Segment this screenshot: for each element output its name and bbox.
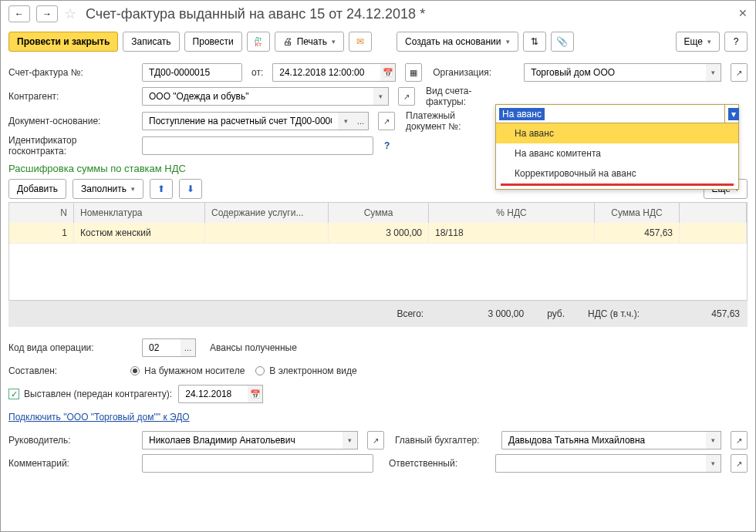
favorite-icon[interactable]: ☆ bbox=[64, 5, 76, 22]
org-dropdown-button[interactable]: ▾ bbox=[706, 63, 721, 82]
dtkt-button[interactable]: ДтКт bbox=[247, 32, 270, 52]
envelope-icon bbox=[356, 36, 364, 47]
dropdown-redbar bbox=[501, 184, 734, 186]
acc-dropdown-button[interactable]: ▾ bbox=[706, 431, 721, 450]
resp-open-button[interactable] bbox=[731, 454, 748, 473]
post-and-close-button[interactable]: Провести и закрыть bbox=[8, 32, 118, 52]
org-label: Организация: bbox=[433, 67, 518, 78]
chief-label: Руководитель: bbox=[8, 435, 136, 446]
back-button[interactable]: ← bbox=[8, 5, 30, 22]
acc-label: Главный бухгалтер: bbox=[395, 435, 495, 446]
org-open-button[interactable] bbox=[731, 63, 748, 82]
kind-option-correction-advance[interactable]: Корректировочный на аванс bbox=[496, 163, 738, 184]
sf-number-label: Счет-фактура №: bbox=[8, 67, 136, 78]
formed-elec-radio[interactable]: В электронном виде bbox=[255, 365, 356, 376]
move-down-button[interactable]: ⬇ bbox=[179, 179, 202, 199]
calendar-icon bbox=[383, 68, 393, 78]
basis-dots-button[interactable] bbox=[353, 112, 369, 130]
issued-date-input[interactable] bbox=[178, 385, 248, 403]
basis-label: Документ-основание: bbox=[8, 116, 136, 126]
opcode-dots-button[interactable] bbox=[181, 338, 196, 357]
opcode-label: Код вида операции: bbox=[8, 342, 136, 353]
edo-link[interactable]: Подключить "ООО "Торговый дом"" к ЭДО bbox=[8, 412, 190, 423]
totals-bar: Всего: 3 000,00 руб. НДС (в т.ч.): 457,6… bbox=[8, 301, 748, 327]
print-button[interactable]: Печать▾ bbox=[275, 32, 344, 52]
counter-dropdown-button[interactable]: ▾ bbox=[373, 87, 389, 106]
write-button[interactable]: Записать bbox=[123, 32, 179, 52]
paperclip-icon bbox=[556, 36, 568, 47]
org-input[interactable] bbox=[524, 63, 706, 82]
kind-option-advance-commission[interactable]: На аванс комитента bbox=[496, 143, 738, 163]
move-up-button[interactable]: ⬆ bbox=[150, 179, 173, 199]
create-on-basis-button[interactable]: Создать на основании▾ bbox=[397, 32, 518, 52]
more-button[interactable]: Еще▾ bbox=[676, 32, 720, 52]
opcode-input[interactable] bbox=[142, 338, 181, 357]
help-button[interactable]: ? bbox=[724, 32, 748, 52]
fill-button[interactable]: Заполнить▾ bbox=[73, 179, 143, 199]
open-icon bbox=[736, 68, 742, 77]
chief-input[interactable] bbox=[142, 431, 343, 450]
attach-button[interactable] bbox=[551, 32, 574, 52]
date-picker-button[interactable] bbox=[380, 63, 396, 82]
comment-label: Комментарий: bbox=[8, 458, 136, 469]
acc-open-button[interactable] bbox=[731, 431, 748, 450]
basis-input[interactable] bbox=[142, 112, 338, 130]
goscontract-label: Идентификатор госконтракта: bbox=[8, 135, 136, 157]
add-row-button[interactable]: Добавить bbox=[8, 179, 66, 199]
counter-input[interactable] bbox=[142, 87, 373, 106]
counter-open-button[interactable] bbox=[398, 87, 415, 106]
basis-dropdown-button[interactable]: ▾ bbox=[338, 112, 353, 130]
table-row[interactable]: 1 Костюм женский 3 000,00 18/118 457,63 bbox=[9, 223, 747, 244]
print-icon bbox=[283, 36, 292, 47]
paydoc-label: Платежный документ №: bbox=[406, 110, 491, 132]
resp-label: Ответственный: bbox=[389, 458, 489, 469]
arrow-up-icon: ⬆ bbox=[157, 184, 165, 194]
formed-label: Составлен: bbox=[8, 365, 124, 376]
chevron-down-icon: ▾ bbox=[711, 69, 715, 76]
acc-input[interactable] bbox=[501, 431, 706, 450]
structure-button[interactable] bbox=[523, 32, 546, 52]
from-label: от: bbox=[251, 67, 263, 78]
date-input[interactable] bbox=[272, 63, 380, 82]
chief-dropdown-button[interactable]: ▾ bbox=[343, 431, 358, 450]
table-header: N Номенклатура Содержание услуги... Сумм… bbox=[9, 203, 747, 223]
kind-dropdown-input[interactable]: На аванс ▾ bbox=[496, 105, 738, 123]
structure-icon bbox=[531, 36, 538, 47]
goscontract-input[interactable] bbox=[142, 136, 373, 155]
basis-open-button[interactable] bbox=[378, 112, 395, 130]
kind-option-advance[interactable]: На аванс bbox=[496, 123, 738, 143]
help-icon[interactable]: ? bbox=[384, 140, 390, 151]
kind-dropdown-toggle[interactable]: ▾ bbox=[724, 105, 738, 123]
dtkt-icon: ДтКт bbox=[255, 36, 262, 47]
formed-paper-radio[interactable]: На бумажном носителе bbox=[130, 365, 245, 376]
window-title: Счет-фактура выданный на аванс 15 от 24.… bbox=[86, 6, 425, 22]
counter-label: Контрагент: bbox=[8, 91, 136, 102]
comment-input[interactable] bbox=[142, 454, 373, 473]
opcode-text: Авансы полученные bbox=[210, 342, 297, 353]
issued-date-picker[interactable] bbox=[248, 385, 263, 403]
close-icon[interactable]: ✕ bbox=[738, 7, 748, 19]
resp-input[interactable] bbox=[495, 454, 706, 473]
sf-number-input[interactable] bbox=[142, 63, 242, 82]
mail-button[interactable] bbox=[349, 32, 372, 52]
ellipsis-icon bbox=[357, 117, 365, 126]
date-extra-button[interactable]: ▦ bbox=[405, 63, 422, 82]
forward-button[interactable]: → bbox=[36, 5, 58, 22]
chief-open-button[interactable] bbox=[367, 431, 384, 450]
post-button[interactable]: Провести bbox=[184, 32, 242, 52]
issued-checkbox[interactable]: ✓Выставлен (передан контрагенту): bbox=[8, 389, 172, 399]
arrow-down-icon: ⬇ bbox=[187, 184, 194, 194]
vat-table: N Номенклатура Содержание услуги... Сумм… bbox=[8, 202, 748, 301]
resp-dropdown-button[interactable]: ▾ bbox=[706, 454, 721, 473]
kind-dropdown[interactable]: На аванс ▾ На аванс На аванс комитента К… bbox=[495, 104, 739, 190]
